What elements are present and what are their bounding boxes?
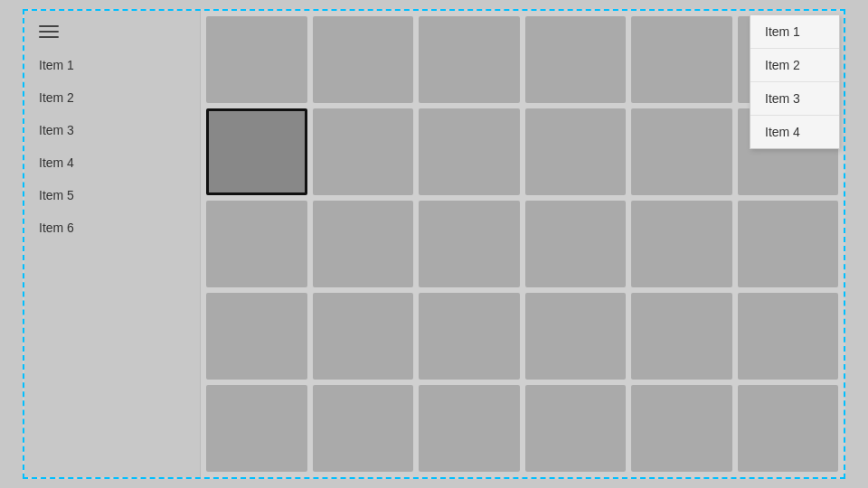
grid-cell-24[interactable] [206,385,307,472]
grid-cell-17[interactable] [738,201,839,287]
sidebar-item-3[interactable]: Item 3 [24,114,200,146]
grid-cell-9[interactable] [525,108,627,195]
grid-cell-18[interactable] [206,293,307,380]
grid-cell-14[interactable] [419,201,520,287]
grid-cell-10[interactable] [631,108,732,195]
dropdown-menu: Item 1 Item 2 Item 3 Item 4 [750,14,840,149]
sidebar-item-6[interactable]: Item 6 [24,211,200,244]
grid [206,16,838,472]
grid-cell-3[interactable] [525,16,627,103]
main-container: Item 1 Item 2 Item 3 Item 4 Item 5 Item … [23,9,845,479]
grid-cell-15[interactable] [525,201,627,287]
sidebar-item-2[interactable]: Item 2 [24,81,200,114]
grid-cell-25[interactable] [313,385,414,472]
grid-cell-21[interactable] [525,293,627,380]
grid-cell-8[interactable] [419,108,520,195]
grid-cell-29[interactable] [738,385,839,472]
dropdown-item-2[interactable]: Item 2 [750,49,839,82]
sidebar-item-1[interactable]: Item 1 [24,49,200,81]
grid-cell-0[interactable] [206,16,307,103]
dropdown-item-4[interactable]: Item 4 [750,116,839,148]
dropdown-item-3[interactable]: Item 3 [750,82,839,116]
sidebar: Item 1 Item 2 Item 3 Item 4 Item 5 Item … [24,11,201,477]
grid-cell-4[interactable] [631,16,732,103]
sidebar-item-4[interactable]: Item 4 [24,146,200,179]
grid-cell-16[interactable] [631,201,732,287]
dropdown-item-1[interactable]: Item 1 [750,15,839,49]
grid-cell-12[interactable] [206,201,307,287]
grid-cell-1[interactable] [313,16,414,103]
main-area [201,11,844,477]
grid-cell-26[interactable] [419,385,520,472]
grid-cell-2[interactable] [419,16,520,103]
grid-cell-13[interactable] [313,201,414,287]
sidebar-item-5[interactable]: Item 5 [24,179,200,211]
grid-cell-6[interactable] [206,108,307,195]
grid-cell-22[interactable] [631,293,732,380]
grid-cell-20[interactable] [419,293,520,380]
grid-cell-23[interactable] [738,293,839,380]
grid-cell-19[interactable] [313,293,414,380]
hamburger-button[interactable] [24,18,200,49]
grid-cell-28[interactable] [631,385,732,472]
hamburger-icon [39,25,59,38]
grid-cell-7[interactable] [313,108,414,195]
grid-cell-27[interactable] [525,385,627,472]
